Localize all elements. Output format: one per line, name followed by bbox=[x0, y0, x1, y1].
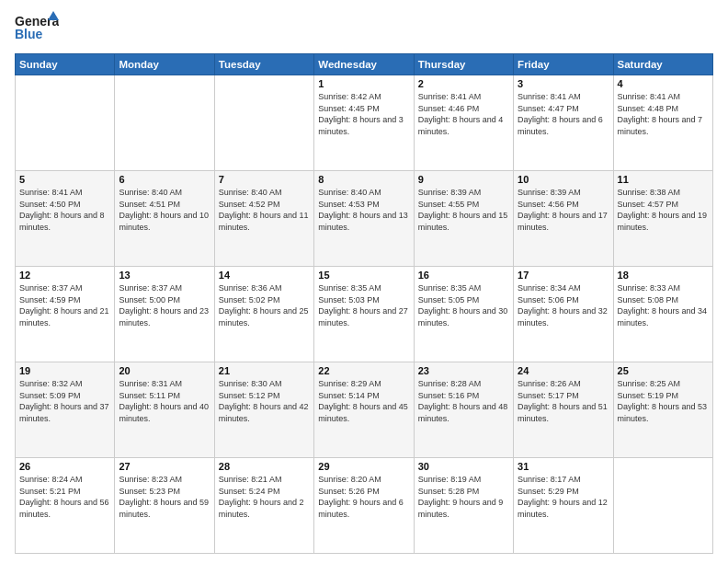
svg-text:Blue: Blue bbox=[15, 27, 43, 41]
day-header-monday: Monday bbox=[115, 54, 214, 75]
calendar-table: SundayMondayTuesdayWednesdayThursdayFrid… bbox=[15, 53, 713, 554]
calendar-week-2: 5Sunrise: 8:41 AMSunset: 4:50 PMDaylight… bbox=[16, 171, 713, 267]
day-info: Sunrise: 8:39 AMSunset: 4:56 PMDaylight:… bbox=[518, 187, 609, 233]
day-number: 19 bbox=[19, 365, 110, 376]
day-number: 23 bbox=[418, 365, 509, 376]
day-number: 26 bbox=[19, 461, 110, 472]
logo-svg: General Blue bbox=[15, 11, 59, 46]
calendar-cell: 19Sunrise: 8:32 AMSunset: 5:09 PMDayligh… bbox=[16, 362, 115, 458]
day-info: Sunrise: 8:39 AMSunset: 4:55 PMDaylight:… bbox=[418, 187, 509, 233]
calendar-cell: 11Sunrise: 8:38 AMSunset: 4:57 PMDayligh… bbox=[613, 171, 712, 267]
calendar-cell: 24Sunrise: 8:26 AMSunset: 5:17 PMDayligh… bbox=[514, 362, 613, 458]
day-header-thursday: Thursday bbox=[414, 54, 513, 75]
day-info: Sunrise: 8:41 AMSunset: 4:46 PMDaylight:… bbox=[418, 91, 509, 137]
calendar-page: General Blue SundayMondayTuesdayWednesda… bbox=[0, 0, 728, 563]
day-info: Sunrise: 8:33 AMSunset: 5:08 PMDaylight:… bbox=[618, 282, 709, 328]
day-header-sunday: Sunday bbox=[16, 54, 115, 75]
day-info: Sunrise: 8:37 AMSunset: 4:59 PMDaylight:… bbox=[19, 282, 110, 328]
day-number: 10 bbox=[518, 174, 609, 185]
calendar-cell: 14Sunrise: 8:36 AMSunset: 5:02 PMDayligh… bbox=[214, 267, 313, 362]
calendar-cell: 7Sunrise: 8:40 AMSunset: 4:52 PMDaylight… bbox=[214, 171, 313, 267]
calendar-cell bbox=[214, 75, 313, 171]
calendar-cell: 16Sunrise: 8:35 AMSunset: 5:05 PMDayligh… bbox=[414, 267, 513, 362]
calendar-week-1: 1Sunrise: 8:42 AMSunset: 4:45 PMDaylight… bbox=[16, 75, 713, 171]
day-number: 7 bbox=[219, 174, 310, 185]
calendar-cell bbox=[613, 458, 712, 554]
day-info: Sunrise: 8:17 AMSunset: 5:29 PMDaylight:… bbox=[518, 474, 609, 520]
day-info: Sunrise: 8:40 AMSunset: 4:51 PMDaylight:… bbox=[119, 187, 210, 233]
day-number: 15 bbox=[318, 270, 409, 281]
calendar-cell: 27Sunrise: 8:23 AMSunset: 5:23 PMDayligh… bbox=[115, 458, 214, 554]
calendar-cell: 1Sunrise: 8:42 AMSunset: 4:45 PMDaylight… bbox=[314, 75, 414, 171]
day-info: Sunrise: 8:41 AMSunset: 4:48 PMDaylight:… bbox=[618, 91, 709, 137]
day-info: Sunrise: 8:31 AMSunset: 5:11 PMDaylight:… bbox=[119, 378, 210, 424]
calendar-cell: 23Sunrise: 8:28 AMSunset: 5:16 PMDayligh… bbox=[414, 362, 513, 458]
day-info: Sunrise: 8:35 AMSunset: 5:05 PMDaylight:… bbox=[418, 282, 509, 328]
day-info: Sunrise: 8:37 AMSunset: 5:00 PMDaylight:… bbox=[119, 282, 210, 328]
calendar-cell: 2Sunrise: 8:41 AMSunset: 4:46 PMDaylight… bbox=[414, 75, 513, 171]
day-number: 20 bbox=[119, 365, 210, 376]
calendar-week-3: 12Sunrise: 8:37 AMSunset: 4:59 PMDayligh… bbox=[16, 267, 713, 362]
day-header-tuesday: Tuesday bbox=[214, 54, 313, 75]
calendar-cell: 4Sunrise: 8:41 AMSunset: 4:48 PMDaylight… bbox=[613, 75, 712, 171]
calendar-cell: 12Sunrise: 8:37 AMSunset: 4:59 PMDayligh… bbox=[16, 267, 115, 362]
day-number: 16 bbox=[418, 270, 509, 281]
day-number: 21 bbox=[219, 365, 310, 376]
logo-graphic: General Blue bbox=[15, 11, 59, 46]
calendar-cell: 13Sunrise: 8:37 AMSunset: 5:00 PMDayligh… bbox=[115, 267, 214, 362]
calendar-cell: 20Sunrise: 8:31 AMSunset: 5:11 PMDayligh… bbox=[115, 362, 214, 458]
calendar-cell: 8Sunrise: 8:40 AMSunset: 4:53 PMDaylight… bbox=[314, 171, 414, 267]
day-info: Sunrise: 8:28 AMSunset: 5:16 PMDaylight:… bbox=[418, 378, 509, 424]
day-number: 24 bbox=[518, 365, 609, 376]
day-header-wednesday: Wednesday bbox=[314, 54, 414, 75]
day-number: 12 bbox=[19, 270, 110, 281]
calendar-cell: 6Sunrise: 8:40 AMSunset: 4:51 PMDaylight… bbox=[115, 171, 214, 267]
day-number: 28 bbox=[219, 461, 310, 472]
calendar-cell bbox=[16, 75, 115, 171]
calendar-cell: 21Sunrise: 8:30 AMSunset: 5:12 PMDayligh… bbox=[214, 362, 313, 458]
day-info: Sunrise: 8:19 AMSunset: 5:28 PMDaylight:… bbox=[418, 474, 509, 520]
calendar-cell: 25Sunrise: 8:25 AMSunset: 5:19 PMDayligh… bbox=[613, 362, 712, 458]
day-number: 27 bbox=[119, 461, 210, 472]
calendar-cell: 3Sunrise: 8:41 AMSunset: 4:47 PMDaylight… bbox=[514, 75, 613, 171]
day-number: 22 bbox=[318, 365, 409, 376]
day-number: 30 bbox=[418, 461, 509, 472]
day-number: 8 bbox=[318, 174, 409, 185]
calendar-cell: 29Sunrise: 8:20 AMSunset: 5:26 PMDayligh… bbox=[314, 458, 414, 554]
day-number: 14 bbox=[219, 270, 310, 281]
day-number: 6 bbox=[119, 174, 210, 185]
calendar-week-5: 26Sunrise: 8:24 AMSunset: 5:21 PMDayligh… bbox=[16, 458, 713, 554]
calendar-cell: 30Sunrise: 8:19 AMSunset: 5:28 PMDayligh… bbox=[414, 458, 513, 554]
day-info: Sunrise: 8:41 AMSunset: 4:47 PMDaylight:… bbox=[518, 91, 609, 137]
day-number: 17 bbox=[518, 270, 609, 281]
header: General Blue bbox=[15, 11, 713, 46]
day-info: Sunrise: 8:36 AMSunset: 5:02 PMDaylight:… bbox=[219, 282, 310, 328]
calendar-cell: 10Sunrise: 8:39 AMSunset: 4:56 PMDayligh… bbox=[514, 171, 613, 267]
day-info: Sunrise: 8:42 AMSunset: 4:45 PMDaylight:… bbox=[318, 91, 409, 137]
day-number: 3 bbox=[518, 78, 609, 89]
day-number: 1 bbox=[318, 78, 409, 89]
day-info: Sunrise: 8:34 AMSunset: 5:06 PMDaylight:… bbox=[518, 282, 609, 328]
calendar-cell: 31Sunrise: 8:17 AMSunset: 5:29 PMDayligh… bbox=[514, 458, 613, 554]
day-info: Sunrise: 8:30 AMSunset: 5:12 PMDaylight:… bbox=[219, 378, 310, 424]
calendar-cell: 9Sunrise: 8:39 AMSunset: 4:55 PMDaylight… bbox=[414, 171, 513, 267]
day-number: 11 bbox=[618, 174, 709, 185]
calendar-cell: 15Sunrise: 8:35 AMSunset: 5:03 PMDayligh… bbox=[314, 267, 414, 362]
day-info: Sunrise: 8:40 AMSunset: 4:52 PMDaylight:… bbox=[219, 187, 310, 233]
calendar-cell: 28Sunrise: 8:21 AMSunset: 5:24 PMDayligh… bbox=[214, 458, 313, 554]
calendar-cell: 22Sunrise: 8:29 AMSunset: 5:14 PMDayligh… bbox=[314, 362, 414, 458]
calendar-cell: 26Sunrise: 8:24 AMSunset: 5:21 PMDayligh… bbox=[16, 458, 115, 554]
day-info: Sunrise: 8:26 AMSunset: 5:17 PMDaylight:… bbox=[518, 378, 609, 424]
day-info: Sunrise: 8:23 AMSunset: 5:23 PMDaylight:… bbox=[119, 474, 210, 520]
day-number: 5 bbox=[19, 174, 110, 185]
day-header-friday: Friday bbox=[514, 54, 613, 75]
day-info: Sunrise: 8:24 AMSunset: 5:21 PMDaylight:… bbox=[19, 474, 110, 520]
day-info: Sunrise: 8:20 AMSunset: 5:26 PMDaylight:… bbox=[318, 474, 409, 520]
day-number: 29 bbox=[318, 461, 409, 472]
day-number: 13 bbox=[119, 270, 210, 281]
day-info: Sunrise: 8:40 AMSunset: 4:53 PMDaylight:… bbox=[318, 187, 409, 233]
day-number: 25 bbox=[618, 365, 709, 376]
day-info: Sunrise: 8:35 AMSunset: 5:03 PMDaylight:… bbox=[318, 282, 409, 328]
calendar-cell bbox=[115, 75, 214, 171]
day-number: 4 bbox=[618, 78, 709, 89]
